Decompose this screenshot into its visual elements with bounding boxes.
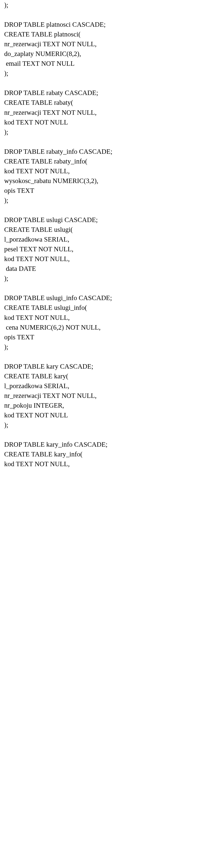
sql-code-block: ); DROP TABLE platnosci CASCADE; CREATE … bbox=[4, 0, 219, 469]
